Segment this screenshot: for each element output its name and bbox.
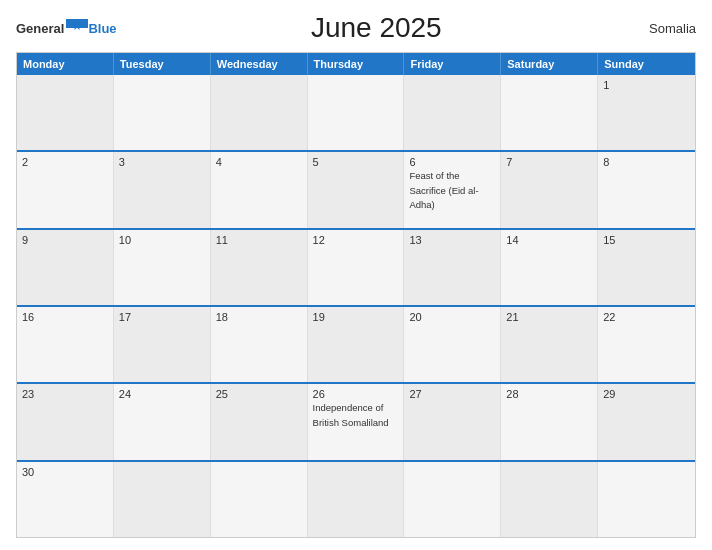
table-row: 9 [17,230,114,305]
table-row: 29 [598,384,695,459]
table-row: 4 [211,152,308,227]
table-row: 25 [211,384,308,459]
table-row: 28 [501,384,598,459]
header-tuesday: Tuesday [114,53,211,75]
header-sunday: Sunday [598,53,695,75]
week-6: 30 [17,462,695,537]
header-thursday: Thursday [308,53,405,75]
table-row: 1 [598,75,695,150]
table-row: 10 [114,230,211,305]
table-row: 26 Independence of British Somaliland [308,384,405,459]
table-row: 3 [114,152,211,227]
page-header: General Blue June 2025 Somalia [16,12,696,44]
header-monday: Monday [17,53,114,75]
logo: General Blue [16,19,117,37]
table-row: 5 [308,152,405,227]
calendar-body: 1 2 3 4 5 6 Feast of the Sacrifice (Eid … [17,75,695,537]
table-row [308,462,405,537]
header-friday: Friday [404,53,501,75]
table-row: 13 [404,230,501,305]
table-row: 11 [211,230,308,305]
table-row: 7 [501,152,598,227]
table-row [598,462,695,537]
header-saturday: Saturday [501,53,598,75]
table-row [501,462,598,537]
table-row: 12 [308,230,405,305]
calendar: Monday Tuesday Wednesday Thursday Friday… [16,52,696,538]
table-row: 22 [598,307,695,382]
svg-rect-1 [66,28,88,37]
page-title: June 2025 [117,12,636,44]
table-row: 14 [501,230,598,305]
table-row: 15 [598,230,695,305]
table-row [114,462,211,537]
country-label: Somalia [636,21,696,36]
table-row: 6 Feast of the Sacrifice (Eid al-Adha) [404,152,501,227]
week-3: 9 10 11 12 13 14 15 [17,230,695,307]
table-row: 18 [211,307,308,382]
table-row: 16 [17,307,114,382]
table-row: 19 [308,307,405,382]
table-row: 30 [17,462,114,537]
table-row: 2 [17,152,114,227]
table-row: 17 [114,307,211,382]
table-row [114,75,211,150]
table-row: 8 [598,152,695,227]
calendar-header-row: Monday Tuesday Wednesday Thursday Friday… [17,53,695,75]
logo-general: General [16,22,64,35]
table-row: 24 [114,384,211,459]
table-row [17,75,114,150]
table-row: 27 [404,384,501,459]
week-1: 1 [17,75,695,152]
logo-blue: Blue [88,22,116,35]
table-row [211,75,308,150]
table-row: 21 [501,307,598,382]
table-row [211,462,308,537]
table-row [501,75,598,150]
week-2: 2 3 4 5 6 Feast of the Sacrifice (Eid al… [17,152,695,229]
table-row: 23 [17,384,114,459]
header-wednesday: Wednesday [211,53,308,75]
table-row [404,462,501,537]
table-row [308,75,405,150]
week-4: 16 17 18 19 20 21 22 [17,307,695,384]
table-row: 20 [404,307,501,382]
logo-flag-icon [66,19,88,37]
table-row [404,75,501,150]
week-5: 23 24 25 26 Independence of British Soma… [17,384,695,461]
